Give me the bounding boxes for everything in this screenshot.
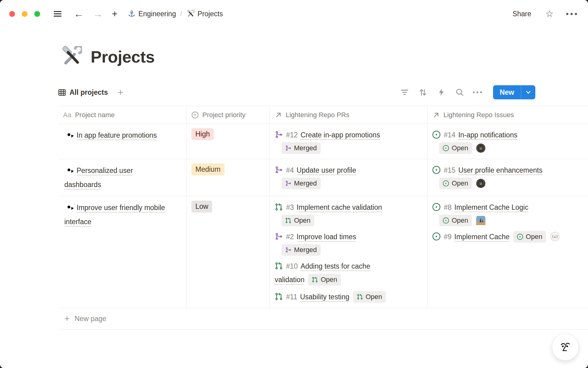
priority-badge: High xyxy=(191,128,214,140)
pr-link[interactable]: Improve load times xyxy=(297,233,356,242)
sidebar-menu-icon[interactable] xyxy=(51,7,65,21)
project-icon xyxy=(64,130,74,139)
add-view-button[interactable]: + xyxy=(116,87,125,98)
table-row: Personalized user dashboardsMedium#4Upda… xyxy=(58,159,588,196)
issue-open-icon xyxy=(443,217,449,224)
issue-link[interactable]: In-app notifications xyxy=(458,131,517,140)
zoom-window-button[interactable] xyxy=(34,11,40,17)
project-name-link[interactable]: Personalized user dashboards xyxy=(64,167,133,190)
issue-link[interactable]: User profile enhancements xyxy=(458,166,542,175)
repo-prs-cell[interactable]: #4Update user profileMerged xyxy=(270,159,428,196)
new-button[interactable]: New xyxy=(493,85,535,99)
search-button[interactable] xyxy=(453,85,467,99)
table-row: In app feature promotionsHigh#12Create i… xyxy=(58,124,588,159)
pr-link[interactable]: Create in-app promotions xyxy=(300,131,380,140)
hammer-wrench-icon[interactable] xyxy=(61,46,82,67)
view-options-button[interactable]: ••• xyxy=(471,85,485,99)
status-badge-label: Merged xyxy=(294,245,317,255)
tab-all-projects[interactable]: All projects xyxy=(58,88,108,97)
project-priority-cell[interactable]: Medium xyxy=(187,159,270,196)
table-row: Improve user friendly mobile interfaceLo… xyxy=(58,196,588,308)
pr-entry: #3Implement cache validationOpen xyxy=(275,201,400,226)
sort-button[interactable] xyxy=(416,85,430,99)
table-view-icon xyxy=(58,89,66,96)
status-badge: Open xyxy=(439,215,472,226)
git-pr-icon xyxy=(275,293,283,301)
close-window-button[interactable] xyxy=(9,11,15,17)
pr-number: #3 xyxy=(286,203,294,211)
column-header-project-priority[interactable]: Project priority xyxy=(187,106,270,124)
column-header-repo-prs[interactable]: Lightening Repo PRs xyxy=(270,106,428,124)
new-tab-icon[interactable]: + xyxy=(112,9,118,19)
notion-ai-button[interactable] xyxy=(552,334,579,361)
projects-table: Aa Project name Project priority Lighten… xyxy=(58,106,588,330)
project-priority-cell[interactable]: Low xyxy=(187,196,270,308)
dog-avatar xyxy=(550,232,560,241)
git-merge-icon xyxy=(285,180,291,186)
column-header-label: Lightening Repo Issues xyxy=(443,111,514,119)
back-icon[interactable]: ← xyxy=(74,9,84,19)
more-icon[interactable]: ••• xyxy=(566,10,579,18)
issue-link[interactable]: Implement Cache xyxy=(454,233,510,242)
share-button[interactable]: Share xyxy=(511,10,533,18)
pr-link[interactable]: Usability testing xyxy=(300,293,349,302)
pr-number: #10 xyxy=(286,262,298,270)
new-page-button[interactable]: + New page xyxy=(58,308,588,330)
git-merge-icon xyxy=(285,145,291,151)
breadcrumb-item-engineering[interactable]: ⚓ Engineering xyxy=(128,10,176,18)
project-icon xyxy=(64,202,74,212)
pr-entry: #10Adding tests for cache validationOpen xyxy=(275,259,400,286)
project-name-cell[interactable]: Improve user friendly mobile interface xyxy=(58,196,187,308)
issue-link[interactable]: Implement Cache Logic xyxy=(454,203,529,212)
search-icon xyxy=(455,88,464,97)
repo-prs-cell[interactable]: #3Implement cache validationOpen#2Improv… xyxy=(270,196,428,308)
minimize-window-button[interactable] xyxy=(22,11,28,17)
new-dropdown-button[interactable] xyxy=(521,85,535,99)
issue-open-icon xyxy=(432,166,440,174)
git-pr-icon xyxy=(357,294,363,300)
git-merge-icon xyxy=(275,232,283,240)
column-header-project-name[interactable]: Aa Project name xyxy=(58,106,187,124)
repo-issues-cell[interactable]: #14In-app notificationsOpen xyxy=(428,124,588,159)
table-header-row: Aa Project name Project priority Lighten… xyxy=(58,106,588,124)
new-button-label[interactable]: New xyxy=(493,85,521,99)
pr-number: #11 xyxy=(286,293,297,301)
status-line: Open xyxy=(432,142,560,154)
favorite-star-icon[interactable]: ☆ xyxy=(545,9,554,18)
project-name-link[interactable]: In app feature promotions xyxy=(77,131,157,140)
project-name-cell[interactable]: Personalized user dashboards xyxy=(58,159,187,196)
filter-button[interactable] xyxy=(398,85,412,99)
pr-link[interactable]: Implement cache validation xyxy=(297,203,382,212)
status-badge-label: Open xyxy=(366,292,382,302)
repo-issues-cell[interactable]: #15User profile enhancementsOpen xyxy=(428,159,588,196)
automation-button[interactable] xyxy=(434,85,448,99)
breadcrumb-label: Projects xyxy=(198,10,223,18)
project-priority-cell[interactable]: High xyxy=(187,124,270,159)
repo-issues-cell[interactable]: #8Implement Cache LogicOpen#9Implement C… xyxy=(428,196,588,308)
status-line: Merged xyxy=(275,244,400,256)
repo-prs-cell[interactable]: #12Create in-app promotionsMerged xyxy=(270,124,428,159)
column-header-repo-issues[interactable]: Lightening Repo Issues xyxy=(428,106,588,124)
git-pr-icon xyxy=(275,203,283,211)
forward-icon[interactable]: → xyxy=(93,9,103,19)
issue-entry: #8Implement Cache LogicOpen xyxy=(432,201,560,226)
view-toolbar: All projects + ••• New xyxy=(58,83,535,102)
sort-icon xyxy=(419,88,427,97)
pr-entry: #11Usability testingOpen xyxy=(275,290,400,304)
breadcrumb-label: Engineering xyxy=(138,10,176,18)
pr-link[interactable]: Update user profile xyxy=(297,166,356,175)
priority-badge: Low xyxy=(191,201,212,213)
project-name-cell[interactable]: In app feature promotions xyxy=(58,124,187,159)
breadcrumb-item-projects[interactable]: Projects xyxy=(187,10,223,18)
project-name-link[interactable]: Improve user friendly mobile interface xyxy=(64,204,165,227)
status-badge-label: Merged xyxy=(294,143,317,153)
breadcrumb: ⚓ Engineering / Projects xyxy=(128,10,223,18)
status-badge: Open xyxy=(281,215,314,226)
issue-number: #9 xyxy=(444,233,452,241)
page-title[interactable]: Projects xyxy=(91,47,155,66)
issue-number: #15 xyxy=(444,166,455,174)
status-badge: Open xyxy=(308,274,341,286)
arrow-up-right-icon xyxy=(432,111,440,119)
more-icon: ••• xyxy=(473,88,483,96)
status-line: Open xyxy=(432,178,560,189)
